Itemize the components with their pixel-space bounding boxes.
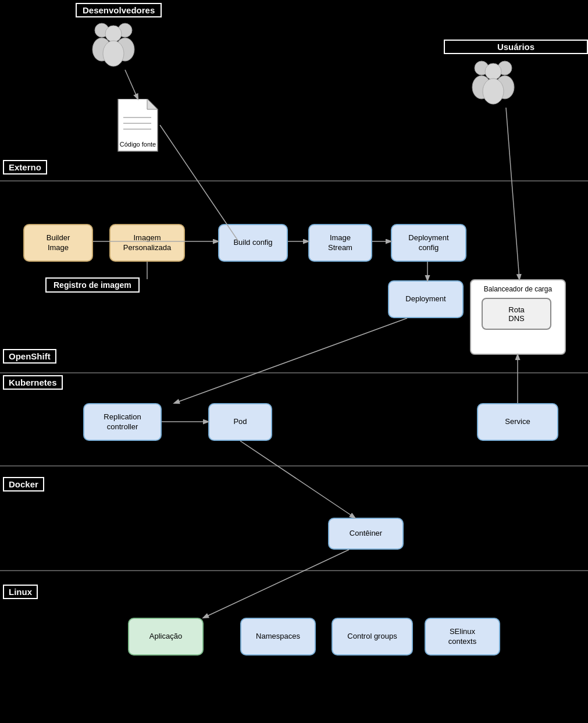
conteiner-box: Contêiner xyxy=(328,518,404,550)
svg-point-5 xyxy=(103,41,124,66)
rota-dns-box: Rota DNS xyxy=(482,298,551,330)
codigo-fonte-label: Código fonte xyxy=(115,140,161,148)
externo-label: Externo xyxy=(3,160,47,174)
desenvolvedores-label: Desenvolvedores xyxy=(76,3,162,17)
codigo-fonte-doc: Código fonte xyxy=(115,99,161,154)
usuarios-icon xyxy=(470,55,516,108)
svg-line-27 xyxy=(204,550,349,618)
aplicacao-box: Aplicação xyxy=(128,618,204,656)
usuarios-label: Usuários xyxy=(444,40,588,54)
replication-controller-box: Replication controller xyxy=(83,403,162,441)
diagram-container: Desenvolvedores Usuários xyxy=(0,0,588,723)
svg-marker-13 xyxy=(147,99,158,109)
build-config-box: Build config xyxy=(218,224,288,262)
svg-line-26 xyxy=(240,441,355,518)
selinux-contexts-box: SElinux contexts xyxy=(425,618,500,656)
docker-label: Docker xyxy=(3,477,44,492)
control-groups-box: Control groups xyxy=(332,618,413,656)
service-box: Service xyxy=(477,403,558,441)
balanceador-label: Balanceador de carga xyxy=(476,285,560,293)
svg-point-11 xyxy=(483,79,504,104)
deployment-config-box: Deployment config xyxy=(391,224,466,262)
svg-point-10 xyxy=(485,63,501,80)
openshift-label: OpenShift xyxy=(3,349,56,364)
kubernetes-label: Kubernetes xyxy=(3,375,63,390)
balanceador-carga-box: Balanceador de carga Rota DNS xyxy=(470,279,566,355)
image-stream-box: Image Stream xyxy=(308,224,372,262)
svg-line-24 xyxy=(174,318,407,403)
builder-image-box: Builder Image xyxy=(23,224,93,262)
svg-line-29 xyxy=(506,108,519,279)
svg-line-17 xyxy=(125,70,138,99)
deployment-box: Deployment xyxy=(388,280,464,318)
registro-imagem-label: Registro de imagem xyxy=(45,277,140,293)
svg-point-4 xyxy=(105,26,122,42)
imagem-personalizada-box: Imagem Personalizada xyxy=(109,224,185,262)
linux-label: Linux xyxy=(3,585,38,599)
pod-box: Pod xyxy=(208,403,272,441)
namespaces-box: Namespaces xyxy=(240,618,316,656)
desenvolvedores-icon xyxy=(90,17,137,70)
arrows-svg xyxy=(0,0,588,723)
